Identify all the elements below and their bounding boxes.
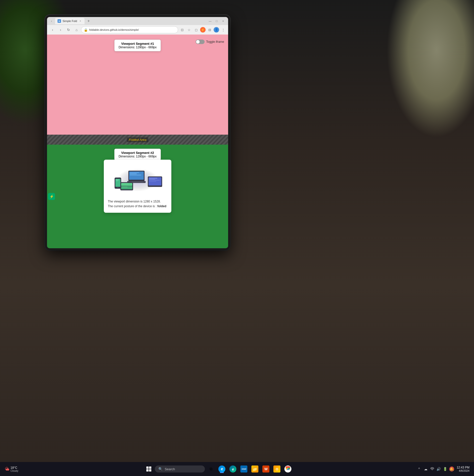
svg-rect-5: [130, 175, 141, 175]
windows-logo-icon: [146, 466, 151, 471]
system-tray: ^ ☁ 🔊 🔋 🔔: [417, 466, 454, 471]
search-icon: 🔍: [158, 467, 163, 471]
chrome-icon[interactable]: [283, 464, 293, 474]
svg-rect-15: [149, 178, 157, 179]
toggle-label: Toggle iframe: [206, 40, 224, 44]
orange-app-icon[interactable]: O: [272, 464, 282, 474]
browser-chrome: ‹ M Simple Fold × + — □ ×: [47, 17, 228, 35]
maximize-button[interactable]: □: [214, 18, 220, 24]
reload-button[interactable]: ↻: [65, 26, 72, 33]
notification-icon[interactable]: 🔔: [449, 466, 454, 471]
tab-back-icon[interactable]: ‹: [49, 19, 54, 24]
address-bar[interactable]: 🔒 foldable-devices.github.io/demos/simpl…: [81, 26, 178, 33]
search-placeholder-text: Search: [165, 467, 175, 471]
file-explorer-icon[interactable]: 📁: [250, 464, 260, 474]
split-screen-icon[interactable]: ⊟: [207, 27, 213, 33]
wallet-icon[interactable]: ◻: [193, 27, 199, 33]
svg-rect-19: [149, 185, 161, 186]
weather-widget[interactable]: 🌥 18°C Cloudy: [3, 465, 20, 473]
browser-tab-active[interactable]: M Simple Fold ×: [55, 18, 85, 24]
svg-rect-3: [130, 172, 139, 173]
clock-date: 4/8/2024: [457, 469, 469, 472]
svg-rect-24: [122, 187, 128, 187]
web-content-top: Viewport Segment #1 Dimensions: 1280px -…: [47, 35, 228, 135]
bookmark-icon[interactable]: ☆: [186, 27, 192, 33]
weather-condition: Cloudy: [11, 469, 18, 472]
side-app-icon[interactable]: ⚡: [48, 193, 55, 200]
viewport-info-text: The viewport dimension is 1280 x 1528. T…: [108, 199, 167, 209]
cast-icon[interactable]: ⊡: [179, 27, 185, 33]
taskbar: 🌥 18°C Cloudy 🔍 Search ⧉ e: [0, 462, 474, 476]
svg-rect-18: [149, 181, 156, 182]
extensions-icon[interactable]: ⚡: [200, 27, 206, 33]
back-button[interactable]: ‹: [49, 26, 56, 33]
toggle-switch[interactable]: [196, 40, 205, 44]
viewport-segment-1-box: Viewport Segment #1 Dimensions: 1280px -…: [114, 40, 161, 51]
chrome-browser-icon: [284, 465, 291, 472]
yoda-decoration: [386, 0, 474, 138]
minimize-button[interactable]: —: [207, 18, 213, 24]
segment1-dimensions: Dimensions: 1280px - 669px: [119, 46, 157, 49]
tray-chevron-icon[interactable]: ^: [417, 466, 422, 471]
intel-brand-icon: intel: [240, 465, 247, 472]
office-icon[interactable]: W: [261, 464, 271, 474]
clock-widget[interactable]: 12:43 PM 4/8/2024: [455, 465, 471, 473]
start-button[interactable]: [144, 464, 154, 474]
svg-point-12: [117, 187, 118, 188]
office-word-icon: W: [262, 465, 269, 472]
tab-close-button[interactable]: ×: [79, 19, 82, 23]
window-controls: — □ ×: [207, 18, 226, 24]
intel-icon[interactable]: intel: [239, 464, 249, 474]
wifi-icon[interactable]: [430, 466, 435, 471]
viewport-segment-2-box: Viewport Segment #2 Dimensions: 1280px -…: [114, 149, 161, 160]
weather-temp: 18°C: [11, 466, 18, 469]
menu-icon[interactable]: ⋮: [220, 27, 226, 33]
task-view-button[interactable]: ⧉: [206, 464, 216, 474]
forward-button[interactable]: ›: [57, 26, 64, 33]
edge-browser-icon: e: [218, 465, 225, 472]
browser-toolbar: ‹ › ↻ ⌂ 🔒 foldable-devices.github.io/dem…: [47, 25, 228, 35]
speaker-icon[interactable]: 🔊: [436, 466, 441, 471]
svg-point-29: [432, 470, 432, 470]
taskbar-center: 🔍 Search ⧉ e e intel 📁 W O: [21, 464, 415, 474]
folded-area-label: Folded Area: [127, 137, 148, 142]
clock-time: 12:43 PM: [457, 466, 469, 469]
toolbar-icons: ⊡ ☆ ◻ ⚡ ⊟ 👤 ⋮: [179, 27, 226, 33]
screen-top: ‹ M Simple Fold × + — □ ×: [47, 17, 228, 135]
segment2-title: Viewport Segment #2: [119, 151, 157, 155]
segment1-title: Viewport Segment #1: [119, 42, 157, 46]
weather-icon: 🌥: [5, 466, 10, 472]
svg-rect-10: [116, 179, 119, 180]
svg-rect-7: [132, 181, 143, 182]
edge-dev-browser-icon: e: [229, 465, 236, 472]
weather-info: 18°C Cloudy: [11, 466, 18, 472]
svg-rect-22: [121, 186, 132, 189]
tab-favicon-icon: M: [58, 19, 61, 23]
close-button[interactable]: ×: [220, 18, 226, 24]
screen-bottom: Viewport Segment #2 Dimensions: 1280px -…: [47, 145, 228, 248]
hinge-folded-area: Folded Area: [47, 135, 228, 145]
posture-value: folded: [157, 204, 166, 208]
svg-rect-11: [116, 181, 118, 181]
edge-icon[interactable]: e: [217, 464, 227, 474]
posture-text: The current posture of the device is : f…: [108, 204, 167, 209]
orange-app-logo: O: [273, 465, 280, 472]
viewport-dimension-text: The viewport dimension is 1280 x 1528.: [108, 199, 167, 204]
taskbar-right: ^ ☁ 🔊 🔋 🔔 12:43 PM 4/8/2024: [417, 465, 471, 473]
toggle-iframe-control: Toggle iframe: [196, 40, 224, 44]
home-button[interactable]: ⌂: [73, 26, 80, 33]
segment2-dimensions: Dimensions: 1280px - 669px: [119, 155, 157, 158]
new-tab-button[interactable]: +: [86, 18, 92, 24]
battery-icon[interactable]: 🔋: [443, 466, 448, 471]
device-illustration: [108, 164, 167, 196]
edge-dev-icon[interactable]: e: [228, 464, 238, 474]
files-folder-icon: 📁: [251, 465, 258, 472]
site-info-icon: 🔒: [84, 28, 88, 32]
search-bar[interactable]: 🔍 Search: [155, 465, 205, 472]
cloud-backup-icon[interactable]: ☁: [423, 466, 428, 471]
profile-icon[interactable]: 👤: [214, 27, 219, 33]
content-card: The viewport dimension is 1280 x 1528. T…: [104, 160, 171, 213]
svg-rect-4: [130, 173, 137, 174]
browser-tabs-row: ‹ M Simple Fold × + — □ ×: [47, 17, 228, 25]
laptop-device: ‹ M Simple Fold × + — □ ×: [45, 15, 230, 250]
